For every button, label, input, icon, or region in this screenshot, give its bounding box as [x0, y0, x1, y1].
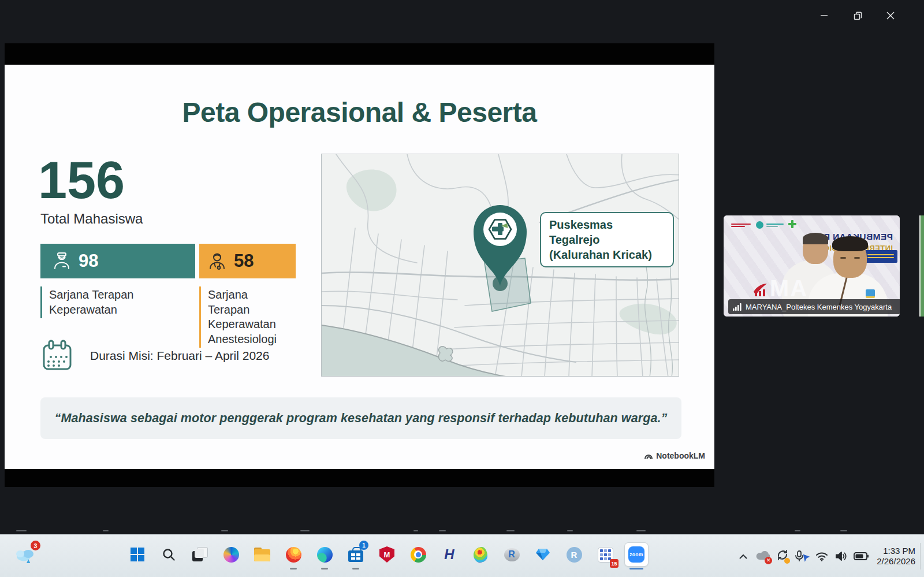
battery-tray-button[interactable]: [851, 545, 871, 568]
banner-logo-red: [731, 222, 751, 228]
minimize-button[interactable]: [811, 3, 837, 28]
microphone-tray-button[interactable]: [792, 545, 812, 568]
stat-card-anestesiologi-header: 58: [199, 244, 296, 278]
stat-value-anestesiologi: 58: [234, 251, 254, 271]
quote-box: “Mahasiswa sebagai motor penggerak progr…: [40, 397, 681, 439]
search-button[interactable]: [157, 543, 180, 566]
banner-info-box: [864, 250, 897, 263]
start-button[interactable]: [126, 543, 149, 566]
taskbar-app-icons: 1 M H R: [126, 543, 648, 566]
stat-card-keperawatan-header: 98: [40, 244, 195, 278]
stat-card-anestesiologi: 58 Sarjana Terapan Keperawatan Anestesio…: [199, 244, 296, 348]
zoom-meeting-window: Peta Operasional & Peserta 156 Total Mah…: [0, 0, 924, 577]
zoom-app-icon: zoom: [628, 546, 644, 563]
diamond-icon: [535, 548, 550, 561]
r-language-icon: R: [504, 548, 520, 561]
onedrive-tray-button[interactable]: ✕: [753, 545, 773, 568]
close-button[interactable]: [877, 3, 904, 28]
diamond-app-button[interactable]: [531, 543, 554, 566]
close-icon: [886, 12, 895, 20]
slide-title: Peta Operasional & Peserta: [5, 96, 714, 128]
h-app-icon: H: [444, 546, 454, 563]
mcafee-m: M: [384, 550, 390, 559]
battery-icon: [854, 552, 869, 560]
mcafee-button[interactable]: M: [375, 543, 398, 566]
map-app-icon: [474, 547, 487, 563]
wifi-tray-button[interactable]: [812, 545, 832, 568]
copilot-button[interactable]: [219, 543, 243, 566]
rstudio-icon: R: [567, 547, 582, 563]
quote-text: “Mahasiswa sebagai motor penggerak progr…: [55, 411, 668, 426]
banner-logo-circle: [756, 221, 763, 229]
slide-letterbox-bottom: [5, 469, 714, 487]
file-explorer-icon: [254, 548, 270, 561]
sync-icon: [776, 549, 789, 563]
wifi-icon: [815, 552, 828, 561]
clock-time: 1:33 PM: [877, 546, 915, 556]
chrome-button[interactable]: [407, 543, 430, 566]
firefox-icon: [286, 547, 301, 563]
stat-card-keperawatan: 98 Sarjana Terapan Keperawatan: [40, 244, 195, 318]
adjacent-tile-sliver: [919, 215, 924, 317]
banner-logo-wordmark: [766, 222, 784, 228]
grid-app-badge: 15: [610, 559, 619, 568]
task-view-button[interactable]: [188, 543, 211, 566]
file-explorer-button[interactable]: [251, 543, 274, 566]
edge-open-indicator: [321, 568, 328, 569]
rstudio-button[interactable]: R: [562, 543, 586, 566]
mission-duration-text: Durasi Misi: Februari – April 2026: [90, 349, 269, 363]
nurse-icon: [52, 251, 72, 271]
onedrive-error-icon: ✕: [756, 550, 770, 563]
grid-app-button[interactable]: 15: [594, 543, 617, 566]
participant-name-bar: MARYANA_Poltekes Kemenkes Yogyakarta: [728, 299, 900, 314]
person-front-eye-left: [840, 257, 846, 259]
microphone-location-icon: [795, 550, 810, 562]
notebooklm-text: NotebookLM: [656, 451, 705, 460]
system-tray: ✕: [733, 543, 924, 569]
person-back-hair: [803, 233, 828, 244]
restore-button[interactable]: [844, 3, 871, 28]
notebooklm-icon: [644, 452, 653, 460]
minimize-icon: [820, 12, 828, 20]
speaker-icon: [835, 551, 848, 561]
doctor-icon: [207, 251, 227, 271]
show-desktop-button[interactable]: [920, 543, 924, 569]
zoom-app-button[interactable]: zoom: [625, 543, 648, 566]
volume-tray-button[interactable]: [832, 545, 851, 568]
r-letter: R: [508, 549, 515, 560]
taskbar: 3: [0, 534, 924, 577]
widgets-weather-button[interactable]: 3: [9, 543, 42, 566]
chrome-icon: [411, 547, 426, 563]
r-language-button[interactable]: R: [500, 543, 523, 566]
restore-icon: [854, 12, 862, 20]
banner-logo-green-cross: [788, 220, 796, 228]
video-watermark-letters: MA: [770, 276, 808, 301]
person-front-shirt-logo: [866, 289, 875, 298]
sync-tray-button[interactable]: [773, 545, 792, 568]
task-view-icon: [192, 547, 207, 562]
map-app-button[interactable]: [469, 543, 492, 566]
rstudio-letter: R: [571, 550, 578, 560]
taskbar-clock[interactable]: 1:33 PM 2/26/2026: [877, 546, 915, 567]
edge-button[interactable]: [313, 543, 336, 566]
firefox-button[interactable]: [282, 543, 305, 566]
h-app-button[interactable]: H: [438, 543, 461, 566]
chevron-up-icon: [739, 554, 747, 559]
total-students-value: 156: [38, 154, 125, 206]
store-badge: 1: [359, 541, 368, 550]
tray-chevron-button[interactable]: [733, 545, 753, 568]
windows-logo-icon: [131, 548, 144, 561]
map-location-label: Puskesmas Tegalrejo (Kalurahan Kricak): [540, 212, 674, 267]
mcafee-shield-icon: M: [379, 546, 394, 563]
person-front-hair: [832, 236, 868, 251]
video-watermark-logo: [752, 282, 767, 297]
zoom-wordmark: zoom: [629, 552, 643, 557]
shared-slide: Peta Operasional & Peserta 156 Total Mah…: [5, 43, 714, 487]
store-button[interactable]: 1: [344, 543, 367, 566]
slide-letterbox-top: [5, 43, 714, 65]
signal-bars-icon: [733, 303, 742, 311]
participant-name: MARYANA_Poltekes Kemenkes Yogyakarta: [746, 303, 892, 311]
participant-video-tile[interactable]: PEMBUKAAN PRA INTERPROFESSION MA MARYAN: [724, 215, 900, 317]
firefox-open-indicator: [290, 568, 297, 569]
notebooklm-watermark: NotebookLM: [644, 451, 705, 460]
